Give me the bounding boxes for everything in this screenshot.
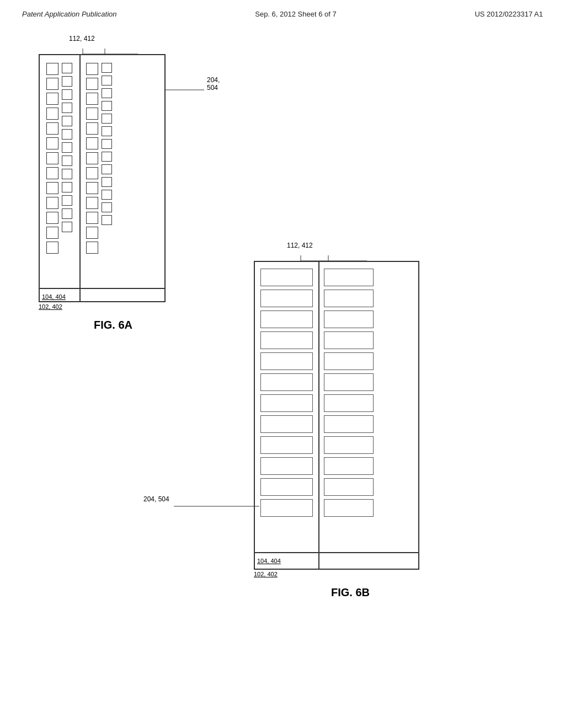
fig6b-rect-l11 bbox=[260, 478, 313, 496]
fig6b-label-104: 104, 404 bbox=[257, 558, 281, 564]
fig6a-sq-rr1 bbox=[102, 63, 112, 73]
fig6a-sq-l13 bbox=[46, 242, 58, 254]
fig6a-sq-r10 bbox=[86, 197, 98, 209]
fig6a-left-col bbox=[46, 63, 58, 254]
fig6b-container: 112, 412 bbox=[254, 261, 419, 599]
fig6b-rect-l1 bbox=[260, 269, 313, 286]
fig6a-label-104: 104, 404 bbox=[42, 293, 66, 300]
fig6b-rect-l9 bbox=[260, 436, 313, 454]
fig6a-sq-m2 bbox=[62, 76, 72, 87]
fig6b-rect-r3 bbox=[324, 311, 374, 328]
fig6a-sq-r6 bbox=[86, 137, 98, 149]
fig6a-sq-m11 bbox=[62, 195, 72, 206]
header-sheet-info: Sep. 6, 2012 Sheet 6 of 7 bbox=[255, 10, 336, 18]
fig6a-sq-rr9 bbox=[102, 164, 112, 174]
fig6b-rect-l5 bbox=[260, 352, 313, 370]
fig6a-sq-l10 bbox=[46, 197, 58, 209]
fig6a-sq-l9 bbox=[46, 182, 58, 194]
fig6b-rect-r5 bbox=[324, 352, 374, 370]
fig6a-sq-m13 bbox=[62, 222, 72, 232]
fig6a-sq-l12 bbox=[46, 227, 58, 239]
fig6a-sq-rr8 bbox=[102, 152, 112, 162]
fig6a-label: FIG. 6A bbox=[61, 319, 166, 331]
fig6a-sq-l5 bbox=[46, 122, 58, 135]
fig6a-sq-m8 bbox=[62, 156, 72, 166]
fig6a-container: 112, 412 bbox=[39, 54, 166, 331]
fig6a-sq-rr13 bbox=[102, 215, 112, 225]
fig6a-sq-r4 bbox=[86, 108, 98, 120]
fig6b-rect-l3 bbox=[260, 311, 313, 328]
fig6b-rect-r11 bbox=[324, 478, 374, 496]
fig6a-bracket-svg bbox=[66, 39, 160, 55]
fig6a-sq-rr2 bbox=[102, 76, 112, 85]
fig6a-sq-l7 bbox=[46, 152, 58, 164]
fig6a-sq-r11 bbox=[86, 212, 98, 224]
content-area: 112, 412 bbox=[0, 24, 565, 721]
fig6a-sq-r2 bbox=[86, 78, 98, 90]
fig6a-label-102: 102, 402 bbox=[39, 303, 166, 310]
fig6a-sq-r12 bbox=[86, 227, 98, 239]
fig6b-rect-l12 bbox=[260, 499, 313, 517]
fig6a-sq-rr5 bbox=[102, 114, 112, 124]
fig6a-sq-rr7 bbox=[102, 139, 112, 149]
fig6a-sq-r7 bbox=[86, 152, 98, 164]
fig6a-leader-svg bbox=[166, 82, 232, 98]
fig6b-rect-r7 bbox=[324, 394, 374, 412]
fig6a-sq-r1 bbox=[86, 63, 98, 75]
fig6a-right-col bbox=[86, 63, 98, 254]
fig6b-device: 104, 404 bbox=[254, 261, 419, 570]
page-header: Patent Application Publication Sep. 6, 2… bbox=[0, 0, 565, 24]
fig6a-sq-l1 bbox=[46, 63, 58, 75]
fig6a-sq-l8 bbox=[46, 167, 58, 179]
fig6b-leader-svg bbox=[174, 501, 259, 512]
fig6a-sq-r8 bbox=[86, 167, 98, 179]
fig6b-rect-l7 bbox=[260, 394, 313, 412]
fig6a-sq-rr10 bbox=[102, 177, 112, 187]
fig6b-label: FIG. 6B bbox=[281, 586, 419, 599]
fig6a-sq-r3 bbox=[86, 93, 98, 105]
fig6a-sq-m3 bbox=[62, 89, 72, 100]
fig6a-sq-m6 bbox=[62, 129, 72, 140]
fig6b-rect-l4 bbox=[260, 331, 313, 349]
fig6a-sq-l11 bbox=[46, 212, 58, 224]
fig6a-sq-rr4 bbox=[102, 101, 112, 111]
fig6b-right-col bbox=[324, 269, 374, 517]
fig6a-sq-m4 bbox=[62, 103, 72, 113]
fig6b-left-annotation: 204, 504 bbox=[143, 495, 169, 503]
fig6a-inner-border bbox=[40, 288, 164, 289]
fig6a-sq-r13 bbox=[86, 242, 98, 254]
fig6a-sq-rr6 bbox=[102, 126, 112, 136]
fig6b-rect-l10 bbox=[260, 457, 313, 475]
fig6b-label-102: 102, 402 bbox=[254, 571, 419, 577]
fig6a-sq-m7 bbox=[62, 142, 72, 153]
fig6a-right-annotation: 204, 504 bbox=[207, 76, 220, 92]
fig6a-sq-l2 bbox=[46, 78, 58, 90]
fig6a-right-col2 bbox=[102, 63, 112, 225]
fig6b-rect-r4 bbox=[324, 331, 374, 349]
fig6b-rect-r1 bbox=[324, 269, 374, 286]
fig6a-sq-r5 bbox=[86, 122, 98, 135]
fig6a-sq-m9 bbox=[62, 169, 72, 179]
fig6a-sq-rr11 bbox=[102, 190, 112, 200]
fig6b-left-col bbox=[260, 269, 313, 517]
fig6a-left-col2 bbox=[62, 63, 72, 232]
fig6b-inner-border bbox=[255, 552, 418, 553]
fig6b-rect-r6 bbox=[324, 373, 374, 391]
fig6a-sq-m5 bbox=[62, 116, 72, 126]
fig6b-rect-l6 bbox=[260, 373, 313, 391]
fig6b-divider bbox=[318, 262, 319, 569]
fig6a-sq-l4 bbox=[46, 108, 58, 120]
fig6b-rect-r8 bbox=[324, 415, 374, 433]
fig6a-sq-rr12 bbox=[102, 202, 112, 212]
fig6a-sq-r9 bbox=[86, 182, 98, 194]
fig6a-sq-m1 bbox=[62, 63, 72, 73]
fig6b-rect-r10 bbox=[324, 457, 374, 475]
fig6a-sq-l6 bbox=[46, 137, 58, 149]
fig6a-divider bbox=[79, 55, 81, 301]
header-publication-label: Patent Application Publication bbox=[22, 10, 117, 18]
fig6b-rect-l8 bbox=[260, 415, 313, 433]
fig6b-rect-l2 bbox=[260, 290, 313, 307]
fig6a-sq-l3 bbox=[46, 93, 58, 105]
fig6b-rect-r9 bbox=[324, 436, 374, 454]
header-patent-number: US 2012/0223317 A1 bbox=[475, 10, 543, 18]
